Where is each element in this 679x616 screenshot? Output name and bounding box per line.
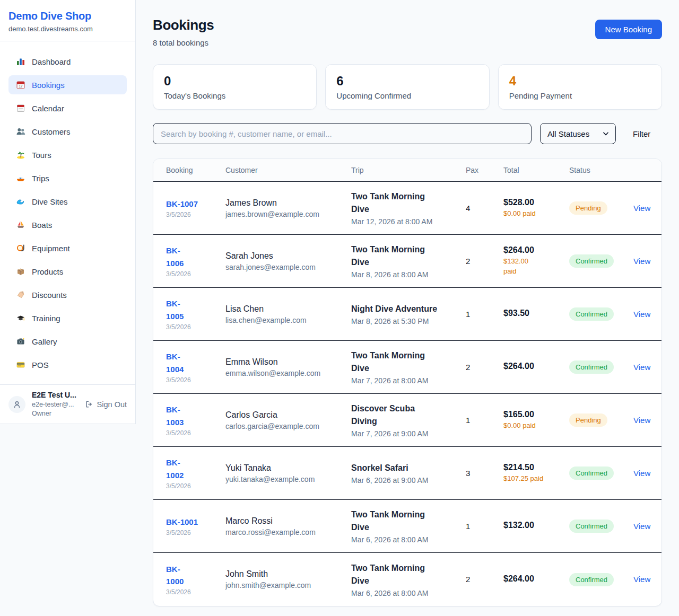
trip-name: Discover Scuba Diving: [351, 402, 462, 428]
customer-email: sarah.jones@example.com: [225, 263, 347, 271]
trip-name: Snorkel Safari: [351, 462, 462, 474]
trip-datetime: Mar 8, 2026 at 8:00 AM: [351, 270, 462, 279]
column-header-pax: Pax: [466, 166, 503, 174]
view-link[interactable]: View: [633, 363, 650, 372]
pax-count: 2: [466, 575, 470, 584]
brand-domain: demo.test.divestreams.com: [8, 25, 127, 33]
customer-name: Sarah Jones: [225, 251, 347, 261]
user-info: E2E Test U... e2e-tester@... Owner: [32, 390, 78, 418]
view-link[interactable]: View: [633, 310, 650, 319]
sidebar-item-customers[interactable]: Customers: [8, 122, 127, 141]
sign-out-button[interactable]: Sign Out: [84, 400, 127, 409]
customer-email: marco.rossi@example.com: [225, 528, 347, 536]
sidebar-item-dive-sites[interactable]: Dive Sites: [8, 192, 127, 211]
table-row: BK- 1002 3/5/2026 Yuki Tanaka yuki.tanak…: [153, 447, 661, 500]
status-badge: Confirmed: [569, 467, 614, 480]
trip-name: Two Tank Morning Dive: [351, 190, 462, 216]
table-body: BK-1007 3/5/2026 James Brown james.brown…: [153, 182, 661, 606]
avatar: [8, 396, 25, 413]
sidebar-item-gallery[interactable]: Gallery: [8, 332, 127, 351]
customer-email: yuki.tanaka@example.com: [225, 475, 347, 483]
calendar-icon: [16, 103, 25, 113]
pax-count: 1: [466, 416, 470, 425]
booking-id-link[interactable]: BK- 1005: [166, 297, 221, 322]
sidebar-item-tours[interactable]: Tours: [8, 145, 127, 164]
stats-row: 0 Today's Bookings 6 Upcoming Confirmed …: [153, 64, 662, 110]
paid-amount: $0.00 paid: [503, 421, 565, 431]
trip-datetime: Mar 7, 2026 at 9:00 AM: [351, 429, 462, 438]
new-booking-button[interactable]: New Booking: [595, 20, 662, 39]
view-link[interactable]: View: [633, 575, 650, 584]
paid-amount: $107.25 paid: [503, 474, 565, 484]
trip-datetime: Mar 6, 2026 at 9:00 AM: [351, 476, 462, 485]
pos-icon: [16, 360, 25, 369]
view-link[interactable]: View: [633, 204, 650, 213]
sidebar-item-products[interactable]: Products: [8, 262, 127, 281]
filter-button[interactable]: Filter: [633, 129, 650, 138]
column-header-status: Status: [569, 166, 633, 174]
stat-label: Today's Bookings: [164, 91, 306, 100]
customers-icon: [16, 127, 25, 136]
app-root: Demo Dive Shop demo.test.divestreams.com…: [0, 0, 679, 616]
stat-label: Pending Payment: [509, 91, 651, 100]
paid-amount: $0.00 paid: [503, 209, 565, 219]
table-row: BK- 1004 3/5/2026 Emma Wilson emma.wilso…: [153, 341, 661, 394]
booking-id-link[interactable]: BK-1001: [166, 516, 221, 528]
equipment-icon: [16, 243, 25, 253]
sidebar-item-dashboard[interactable]: Dashboard: [8, 52, 127, 71]
booking-id-link[interactable]: BK-1007: [166, 198, 221, 210]
sidebar-item-trips[interactable]: Trips: [8, 169, 127, 188]
pax-count: 2: [466, 363, 470, 372]
booking-id-link[interactable]: BK- 1000: [166, 563, 221, 588]
booking-id-link[interactable]: BK- 1002: [166, 456, 221, 481]
products-icon: [16, 267, 25, 276]
status-filter-select[interactable]: All Statuses: [540, 123, 616, 144]
sidebar-item-bookings[interactable]: 17 Bookings: [8, 75, 127, 94]
status-filter-value: All Statuses: [547, 129, 589, 138]
sidebar-item-calendar[interactable]: Calendar: [8, 99, 127, 118]
view-link[interactable]: View: [633, 522, 650, 531]
trip-name: Two Tank Morning Dive: [351, 508, 462, 534]
trip-name: Two Tank Morning Dive: [351, 562, 462, 587]
view-link[interactable]: View: [633, 469, 650, 478]
trip-datetime: Mar 6, 2026 at 8:00 AM: [351, 535, 462, 544]
total-amount: $264.00: [503, 574, 565, 584]
column-header-booking: Booking: [153, 166, 225, 174]
total-amount: $264.00: [503, 245, 565, 255]
booking-date: 3/5/2026: [166, 270, 221, 278]
search-input[interactable]: [153, 123, 532, 144]
view-link[interactable]: View: [633, 257, 650, 266]
user-section: E2E Test U... e2e-tester@... Owner Sign …: [0, 384, 135, 424]
svg-text:17: 17: [19, 84, 23, 88]
booking-date: 3/5/2026: [166, 323, 221, 331]
page-title-block: Bookings 8 total bookings: [153, 17, 214, 47]
column-header-trip: Trip: [351, 166, 466, 174]
user-name: E2E Test U...: [32, 390, 78, 400]
tours-icon: [16, 150, 25, 160]
page-subtitle: 8 total bookings: [153, 38, 214, 47]
sidebar-item-pos[interactable]: POS: [8, 355, 127, 374]
trip-name: Night Dive Adventure: [351, 303, 462, 315]
pax-count: 2: [466, 257, 470, 266]
sidebar-item-discounts[interactable]: Discounts: [8, 285, 127, 304]
status-badge: Pending: [569, 413, 607, 427]
sidebar-item-boats[interactable]: Boats: [8, 215, 127, 234]
booking-id-link[interactable]: BK- 1003: [166, 403, 221, 428]
booking-id-link[interactable]: BK- 1006: [166, 244, 221, 269]
column-header-customer: Customer: [225, 166, 351, 174]
bookings-icon: 17: [16, 80, 25, 90]
trip-datetime: Mar 8, 2026 at 5:30 PM: [351, 317, 462, 325]
sidebar-item-training[interactable]: Training: [8, 309, 127, 328]
view-link[interactable]: View: [633, 416, 650, 425]
page-title: Bookings: [153, 17, 214, 33]
customer-email: lisa.chen@example.com: [225, 316, 347, 324]
sidebar-nav: Dashboard 17 Bookings Calendar Customers…: [0, 41, 135, 384]
trip-name: Two Tank Morning Dive: [351, 349, 462, 375]
sidebar-item-equipment[interactable]: Equipment: [8, 239, 127, 258]
sidebar: Demo Dive Shop demo.test.divestreams.com…: [0, 0, 136, 424]
dashboard-icon: [16, 57, 25, 66]
booking-id-link[interactable]: BK- 1004: [166, 350, 221, 375]
booking-date: 3/5/2026: [166, 376, 221, 384]
customer-name: Yuki Tanaka: [225, 463, 347, 473]
trips-icon: [16, 173, 25, 183]
